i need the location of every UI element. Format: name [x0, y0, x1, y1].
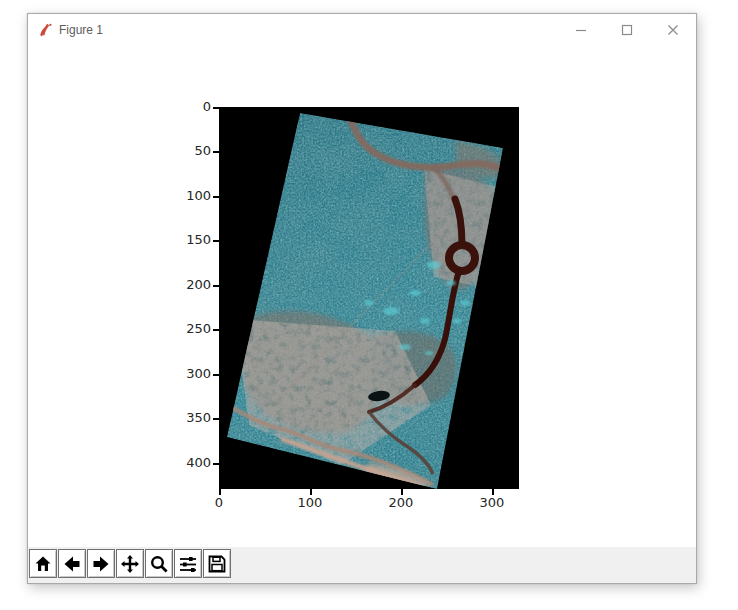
minimize-button[interactable] — [558, 14, 604, 45]
home-button[interactable] — [29, 549, 57, 578]
pan-icon — [120, 554, 140, 574]
ytick-label: 350 — [151, 410, 211, 425]
ytick-mark — [213, 463, 219, 465]
ytick-mark — [213, 240, 219, 242]
ytick-label: 0 — [151, 99, 211, 114]
ytick-label: 150 — [151, 232, 211, 247]
save-button[interactable] — [203, 549, 231, 578]
forward-icon — [91, 554, 111, 574]
ytick-label: 300 — [151, 366, 211, 381]
ytick-label: 400 — [151, 455, 211, 470]
navigation-toolbar — [28, 547, 696, 583]
forward-button[interactable] — [87, 549, 115, 578]
ytick-mark — [213, 151, 219, 153]
xtick-label: 0 — [189, 495, 249, 510]
configure-subplots-button[interactable] — [174, 549, 202, 578]
sliders-icon — [178, 554, 198, 574]
ytick-label: 250 — [151, 321, 211, 336]
satellite-image — [219, 107, 519, 489]
pan-button[interactable] — [116, 549, 144, 578]
figure-window: Figure 1 — [27, 13, 697, 584]
zoom-icon — [149, 554, 169, 574]
save-icon — [207, 554, 227, 574]
xtick-label: 300 — [462, 495, 522, 510]
ytick-mark — [213, 418, 219, 420]
window-title: Figure 1 — [59, 23, 103, 37]
ytick-mark — [213, 285, 219, 287]
window-controls — [558, 14, 696, 45]
back-button[interactable] — [58, 549, 86, 578]
tk-feather-icon — [37, 22, 53, 38]
ytick-label: 200 — [151, 277, 211, 292]
back-icon — [62, 554, 82, 574]
home-icon — [33, 554, 53, 574]
ytick-label: 100 — [151, 188, 211, 203]
ytick-mark — [213, 374, 219, 376]
zoom-button[interactable] — [145, 549, 173, 578]
minimize-icon — [575, 24, 587, 36]
maximize-icon — [621, 24, 633, 36]
plot-axes — [219, 107, 519, 489]
close-icon — [667, 24, 679, 36]
title-bar[interactable]: Figure 1 — [28, 14, 696, 45]
close-button[interactable] — [650, 14, 696, 45]
ytick-mark — [213, 196, 219, 198]
xtick-label: 200 — [371, 495, 431, 510]
ytick-mark — [213, 107, 219, 109]
ytick-label: 50 — [151, 143, 211, 158]
ytick-mark — [213, 329, 219, 331]
maximize-button[interactable] — [604, 14, 650, 45]
xtick-label: 100 — [280, 495, 340, 510]
